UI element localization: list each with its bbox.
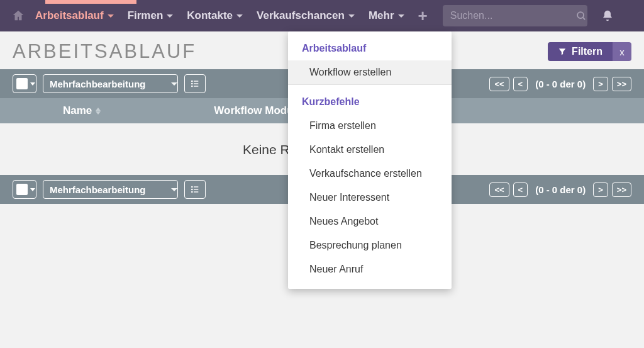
pager-last-button[interactable]: >> bbox=[612, 182, 631, 197]
nav-label: Kontakte bbox=[187, 9, 233, 22]
nav-firmen[interactable]: Firmen bbox=[124, 9, 177, 22]
home-icon[interactable] bbox=[11, 9, 25, 23]
nav-arbeitsablauf[interactable]: Arbeitsablauf bbox=[31, 9, 118, 22]
nav-active-indicator bbox=[45, 0, 136, 4]
nav-label: Firmen bbox=[128, 9, 164, 22]
quick-create-menu: Arbeitsablauf Workflow erstellen Kurzbef… bbox=[288, 31, 452, 289]
column-label: Name bbox=[63, 104, 92, 117]
menu-verkaufschance-erstellen[interactable]: Verkaufschance erstellen bbox=[288, 162, 452, 186]
pager-first-button[interactable]: << bbox=[489, 182, 509, 197]
main-navbar: Arbeitsablauf Firmen Kontakte Verkaufsch… bbox=[0, 0, 644, 31]
chevron-down-icon bbox=[108, 14, 114, 18]
svg-rect-11 bbox=[194, 189, 198, 189]
menu-besprechung-planen[interactable]: Besprechung planen bbox=[288, 233, 452, 257]
pager-prev-button[interactable]: < bbox=[513, 77, 528, 91]
nav-label: Verkaufschancen bbox=[257, 9, 345, 22]
nav-kontakte[interactable]: Kontakte bbox=[183, 9, 247, 22]
chevron-down-icon bbox=[398, 14, 404, 18]
search-input[interactable] bbox=[450, 10, 576, 21]
pager-last-button[interactable]: >> bbox=[612, 77, 631, 91]
search-icon[interactable] bbox=[576, 11, 587, 21]
pager-range-text: (0 - 0 der 0) bbox=[535, 184, 586, 195]
chevron-down-icon bbox=[30, 82, 35, 86]
svg-rect-5 bbox=[194, 83, 198, 84]
chevron-down-icon bbox=[167, 14, 173, 18]
menu-workflow-erstellen[interactable]: Workflow erstellen bbox=[288, 60, 452, 84]
pager-prev-button[interactable]: < bbox=[513, 182, 528, 197]
bulk-label: Mehrfachbearbeitung bbox=[50, 79, 146, 89]
svg-point-6 bbox=[191, 86, 193, 87]
menu-kontakt-erstellen[interactable]: Kontakt erstellen bbox=[288, 138, 452, 162]
nav-mehr[interactable]: Mehr bbox=[365, 9, 408, 22]
chevron-down-icon bbox=[30, 188, 35, 191]
page-title: ARBEITSABLAUF bbox=[13, 40, 196, 63]
svg-point-12 bbox=[191, 191, 193, 193]
menu-firma-erstellen[interactable]: Firma erstellen bbox=[288, 114, 452, 138]
menu-neuer-interessent[interactable]: Neuer Interessent bbox=[288, 186, 452, 210]
filter-label: Filtern bbox=[572, 46, 602, 57]
pager-next-button[interactable]: > bbox=[593, 182, 608, 197]
svg-rect-3 bbox=[194, 81, 198, 81]
menu-neues-angebot[interactable]: Neues Angebot bbox=[288, 210, 452, 233]
dropdown-section-title: Arbeitsablauf bbox=[288, 31, 452, 60]
pager-first-button[interactable]: << bbox=[489, 77, 509, 91]
svg-point-4 bbox=[191, 83, 193, 85]
svg-point-10 bbox=[191, 189, 193, 191]
filter-close-button[interactable]: x bbox=[613, 42, 631, 61]
chevron-down-icon bbox=[348, 14, 355, 18]
bulk-action-select[interactable]: Mehrfachbearbeitung bbox=[43, 180, 178, 199]
bulk-label: Mehrfachbearbeitung bbox=[50, 184, 146, 195]
column-chooser-button[interactable] bbox=[184, 180, 206, 199]
svg-point-0 bbox=[577, 12, 584, 18]
filter-button-group: Filtern x bbox=[548, 42, 631, 61]
column-label: Workflow Modul bbox=[214, 104, 296, 117]
bell-icon[interactable] bbox=[601, 9, 614, 22]
select-all-checkbox[interactable] bbox=[13, 180, 36, 199]
filter-icon bbox=[558, 47, 567, 56]
column-chooser-button[interactable] bbox=[184, 74, 206, 93]
pager-bottom: << < (0 - 0 der 0) > >> bbox=[489, 182, 631, 197]
checkbox-icon bbox=[16, 184, 28, 195]
pager-range-text: (0 - 0 der 0) bbox=[535, 79, 586, 89]
chevron-down-icon bbox=[236, 14, 243, 18]
svg-rect-9 bbox=[194, 186, 198, 187]
chevron-down-icon bbox=[171, 82, 177, 86]
dropdown-section-title: Kurzbefehle bbox=[288, 85, 452, 114]
pager-next-button[interactable]: > bbox=[593, 77, 608, 91]
menu-neuer-anruf[interactable]: Neuer Anruf bbox=[288, 257, 452, 281]
plus-icon[interactable]: + bbox=[418, 6, 428, 26]
column-name[interactable]: Name bbox=[63, 104, 101, 117]
chevron-down-icon bbox=[171, 188, 177, 191]
svg-point-8 bbox=[191, 186, 193, 188]
pager-top: << < (0 - 0 der 0) > >> bbox=[489, 77, 631, 91]
svg-rect-13 bbox=[194, 191, 198, 192]
nav-label: Mehr bbox=[369, 9, 394, 22]
sort-icon bbox=[96, 108, 101, 115]
filter-button[interactable]: Filtern bbox=[548, 42, 613, 61]
checkbox-icon bbox=[16, 78, 28, 89]
svg-rect-7 bbox=[194, 86, 198, 86]
column-workflow-modul[interactable]: Workflow Modul bbox=[214, 104, 296, 117]
nav-label: Arbeitsablauf bbox=[35, 9, 104, 22]
search-field[interactable] bbox=[443, 5, 587, 26]
select-all-checkbox[interactable] bbox=[13, 74, 36, 93]
nav-verkaufschancen[interactable]: Verkaufschancen bbox=[253, 9, 358, 22]
svg-point-2 bbox=[191, 81, 193, 82]
svg-line-1 bbox=[582, 17, 585, 20]
bulk-action-select[interactable]: Mehrfachbearbeitung bbox=[43, 74, 178, 93]
